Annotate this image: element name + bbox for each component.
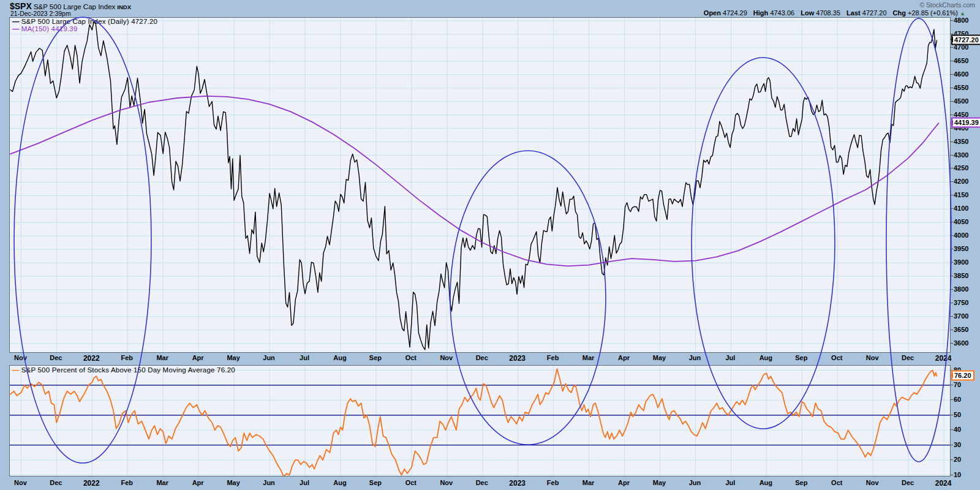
x-axis-label: Sep — [795, 354, 807, 361]
x-axis-label: Jul — [300, 479, 309, 486]
x-axis-label: 2022 — [83, 479, 100, 488]
x-axis-label: Aug — [333, 479, 346, 486]
y-axis-tick — [951, 115, 953, 115]
y-axis-label: 3650 — [954, 326, 968, 333]
y-axis-label: 4050 — [954, 218, 968, 225]
x-axis-label: Dec — [476, 354, 488, 361]
x-axis-label: Apr — [192, 354, 204, 361]
y-axis-tick — [951, 262, 953, 263]
y-axis-label: 4100 — [954, 205, 968, 212]
open-value: 4724.29 — [723, 9, 747, 17]
x-axis-label: Apr — [192, 479, 204, 486]
high-value: 4743.06 — [770, 9, 794, 17]
x-axis-label: Jun — [263, 354, 275, 361]
quote-summary: Open 4724.29 High 4743.06 Low 4708.35 La… — [699, 9, 965, 17]
y-axis-tick — [951, 276, 953, 276]
chart-datetime: 21-Dec-2023 2:39pm — [10, 10, 71, 17]
y-axis-label: 3750 — [954, 299, 968, 306]
y-axis-tick — [951, 399, 953, 400]
x-axis-label: Nov — [440, 354, 453, 361]
ma-legend-text: MA(150) 4419.39 — [21, 25, 78, 32]
x-axis-label: 2023 — [509, 479, 526, 488]
y-axis-tick — [951, 445, 953, 445]
x-axis-label: Mar — [582, 479, 595, 486]
price-panel — [9, 17, 951, 353]
price-legend: —S&P 500 Large Cap Index (Daily) 4727.20 — [12, 18, 157, 25]
y-axis-tick — [951, 415, 953, 415]
x-axis-label: Dec — [50, 354, 62, 361]
x-axis-label: Sep — [795, 479, 807, 486]
high-label: High — [753, 9, 768, 17]
y-axis-tick — [951, 303, 953, 303]
x-axis-label: May — [227, 354, 239, 361]
indicator-panel — [9, 365, 951, 477]
y-axis-tick — [951, 47, 953, 48]
y-axis-label: 4600 — [954, 70, 968, 78]
y-axis-label: 4350 — [954, 138, 968, 145]
last-value: 4727.20 — [862, 9, 887, 17]
y-axis-tick — [951, 88, 953, 88]
x-axis-label: Jun — [689, 479, 701, 486]
x-axis-label: Oct — [831, 479, 842, 486]
x-axis-label: Jul — [300, 354, 309, 361]
stockcharts-copyright: © StockCharts.com — [919, 1, 975, 9]
chg-label: Chg — [893, 9, 906, 17]
x-axis-label: Nov — [14, 354, 27, 361]
x-axis-label: Aug — [333, 354, 346, 361]
y-axis-label: 4200 — [954, 178, 968, 185]
y-axis-label: 30 — [954, 441, 961, 448]
indicator-legend: —S&P 500 Percent of Stocks Above 150 Day… — [12, 366, 235, 374]
y-axis-tick — [951, 155, 953, 156]
y-axis-tick — [951, 316, 953, 317]
indicator-legend-text: S&P 500 Percent of Stocks Above 150 Day … — [21, 366, 235, 374]
y-axis-label: 4650 — [954, 57, 968, 64]
y-axis-tick — [951, 74, 953, 75]
y-axis-tick — [951, 459, 953, 460]
x-axis-label: 2022 — [83, 354, 100, 363]
chg-value: +28.85 (+0.61%) — [908, 9, 958, 17]
indicator-panel-canvas — [10, 366, 950, 476]
y-axis-label: 20 — [954, 456, 961, 463]
x-axis-label: Dec — [902, 479, 914, 486]
x-axis-label: Aug — [760, 354, 772, 361]
indicator-legend-swatch: — — [12, 366, 20, 374]
y-axis-label: 4000 — [954, 232, 968, 239]
y-axis-label: 4800 — [954, 17, 968, 24]
x-axis-label: Mar — [582, 354, 595, 361]
y-axis-label: 3800 — [954, 285, 968, 293]
x-axis-label: May — [653, 354, 666, 361]
low-label: Low — [801, 9, 814, 17]
ma-legend: —MA(150) 4419.39 — [12, 25, 78, 32]
y-axis-label: 4300 — [954, 151, 968, 159]
x-axis-label: Feb — [547, 479, 559, 486]
y-axis-tick — [951, 128, 953, 129]
x-axis-label: May — [653, 479, 666, 486]
y-axis-tick — [951, 181, 953, 182]
x-axis-label: 2023 — [509, 354, 526, 363]
y-axis-tick — [951, 222, 953, 222]
stockcharts-spx-chart: $SPX S&P 500 Large Cap Index INDX 21-Dec… — [0, 0, 980, 490]
y-axis-label: 10 — [954, 471, 961, 478]
y-axis-tick — [951, 289, 953, 290]
x-axis-label: Jun — [689, 354, 701, 361]
x-axis-label: Dec — [902, 354, 914, 361]
y-axis-tick — [951, 385, 953, 385]
y-axis-label: 40 — [954, 426, 961, 433]
exchange-label: INDX — [117, 4, 131, 10]
x-axis-label: Oct — [405, 354, 417, 361]
x-axis-label: Jul — [725, 354, 735, 361]
price-panel-canvas — [10, 18, 950, 352]
x-axis-label: 2024 — [935, 479, 952, 488]
y-axis-tick — [951, 61, 953, 61]
x-axis-label: Feb — [547, 354, 559, 361]
x-axis-label: Dec — [476, 479, 488, 486]
y-axis-label: 4150 — [954, 191, 968, 198]
x-axis-label: Jun — [263, 479, 275, 486]
x-axis-label: 2024 — [935, 354, 952, 363]
y-axis-tick — [951, 208, 953, 209]
y-axis-tick — [951, 195, 953, 195]
y-axis-label: 4550 — [954, 84, 968, 91]
x-axis-label: Feb — [121, 479, 133, 486]
x-axis-label: Nov — [866, 479, 879, 486]
x-axis-label: Dec — [50, 479, 62, 486]
